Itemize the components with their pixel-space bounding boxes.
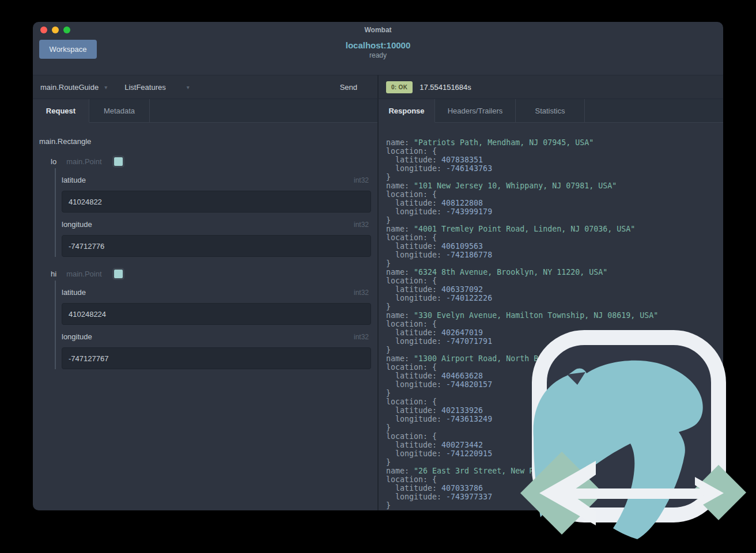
proto-type-label: int32 bbox=[354, 333, 369, 341]
request-toolbar: main.RouteGuide ▾ ListFeatures ▾ Send bbox=[33, 75, 377, 99]
server-status: ready bbox=[33, 51, 723, 59]
response-pane: 0: OK 17.554151684s Response Headers/Tra… bbox=[379, 75, 723, 510]
response-entry-longitude: longitude: -743613249 bbox=[386, 415, 723, 423]
field-type: main.Point bbox=[66, 270, 101, 278]
hi-latitude-input[interactable] bbox=[62, 303, 371, 325]
field-label: latitude bbox=[62, 176, 86, 184]
chevron-down-icon: ▾ bbox=[104, 84, 107, 90]
response-entry-close: } bbox=[386, 389, 723, 397]
response-entry-longitude: longitude: -747071791 bbox=[386, 337, 723, 346]
hi-longitude-input[interactable] bbox=[62, 347, 371, 369]
response-entry-longitude: longitude: -743977337 bbox=[386, 493, 723, 501]
response-entry-location-open: location: { bbox=[386, 147, 723, 156]
server-info: localhost:10000 ready bbox=[33, 40, 723, 59]
response-entry-latitude: latitude: 408122808 bbox=[386, 199, 723, 207]
proto-type-label: int32 bbox=[354, 221, 369, 229]
window-title: Wombat bbox=[33, 26, 723, 34]
proto-type-label: int32 bbox=[354, 176, 369, 184]
response-entry-close: } bbox=[386, 458, 723, 467]
response-entry-latitude: latitude: 407838351 bbox=[386, 156, 723, 164]
response-entry-longitude: longitude: -741220915 bbox=[386, 449, 723, 458]
response-entry-name: name: "1300 Airport Road, North Br bbox=[386, 354, 723, 363]
response-body: name: "Patriots Path, Mendham, NJ 07945,… bbox=[379, 123, 723, 510]
response-entry-close: } bbox=[386, 501, 723, 510]
title-bar: Wombat bbox=[33, 22, 723, 37]
field-label: latitude bbox=[62, 288, 86, 297]
tabs-filler bbox=[150, 99, 377, 123]
send-button[interactable]: Send bbox=[340, 83, 357, 92]
lo-longitude-input[interactable] bbox=[62, 235, 371, 257]
response-entry-location-open: location: { bbox=[386, 276, 723, 285]
response-entry-longitude: longitude: -743999179 bbox=[386, 207, 723, 216]
response-entry-latitude: latitude: 402647019 bbox=[386, 328, 723, 337]
hi-enabled-checkbox[interactable] bbox=[114, 270, 123, 278]
server-address: localhost:10000 bbox=[33, 40, 723, 50]
tab-request[interactable]: Request bbox=[33, 99, 89, 123]
field-label: longitude bbox=[62, 220, 92, 229]
response-entry-name: name: "26 East 3rd Street, New Pr bbox=[386, 467, 723, 475]
lo-enabled-checkbox[interactable] bbox=[114, 157, 123, 166]
response-entry-close: } bbox=[386, 173, 723, 181]
response-entry-longitude: longitude: -746143763 bbox=[386, 164, 723, 173]
tab-metadata[interactable]: Metadata bbox=[89, 99, 150, 123]
response-entry-location-open: location: { bbox=[386, 233, 723, 242]
field-label: longitude bbox=[62, 332, 92, 341]
response-entry-latitude: latitude: 407033786 bbox=[386, 484, 723, 493]
response-entry-longitude: longitude: -740122226 bbox=[386, 294, 723, 302]
request-tabs: Request Metadata bbox=[33, 99, 377, 123]
request-pane: main.RouteGuide ▾ ListFeatures ▾ Send Re… bbox=[33, 75, 379, 510]
tab-headers-trailers[interactable]: Headers/Trailers bbox=[435, 99, 516, 123]
response-entry-location-open: location: { bbox=[386, 432, 723, 441]
proto-type-label: int32 bbox=[354, 289, 369, 297]
lo-latitude-input[interactable] bbox=[62, 191, 371, 213]
response-entry-location-open: location: { bbox=[386, 475, 723, 484]
tab-response[interactable]: Response bbox=[379, 99, 435, 123]
response-entry-longitude: longitude: -744820157 bbox=[386, 380, 723, 389]
tab-statistics[interactable]: Statistics bbox=[516, 99, 585, 123]
response-entry-name: name: "6324 8th Avenue, Brooklyn, NY 112… bbox=[386, 268, 723, 276]
response-entry-close: } bbox=[386, 302, 723, 311]
response-entry-name: name: "101 New Jersey 10, Whippany, NJ 0… bbox=[386, 181, 723, 190]
response-entry-latitude: latitude: 400273442 bbox=[386, 441, 723, 449]
field-group-lo: lo main.Point latitude int32 longitude i… bbox=[39, 156, 371, 257]
method-select[interactable]: ListFeatures bbox=[124, 83, 166, 92]
request-form: main.Rectangle lo main.Point latitude in… bbox=[33, 123, 377, 510]
field-type: main.Point bbox=[66, 157, 101, 166]
field-group-hi: hi main.Point latitude int32 longitude i… bbox=[39, 268, 371, 369]
app-header: Workspace localhost:10000 ready bbox=[33, 37, 723, 75]
response-entry-name: name: "4001 Tremley Point Road, Linden, … bbox=[386, 225, 723, 233]
chevron-down-icon: ▾ bbox=[187, 84, 190, 90]
response-entry-location-open: location: { bbox=[386, 320, 723, 328]
tabs-filler bbox=[585, 99, 723, 123]
response-entry-name: name: "Patriots Path, Mendham, NJ 07945,… bbox=[386, 138, 723, 147]
response-entry-close: } bbox=[386, 216, 723, 225]
response-entry-latitude: latitude: 402133926 bbox=[386, 406, 723, 415]
response-toolbar: 0: OK 17.554151684s bbox=[379, 75, 723, 99]
field-name: hi bbox=[51, 270, 56, 278]
app-window: Wombat Workspace localhost:10000 ready m… bbox=[33, 22, 723, 510]
response-entry-location-open: location: { bbox=[386, 397, 723, 406]
response-entry-location-open: location: { bbox=[386, 190, 723, 199]
status-badge: 0: OK bbox=[386, 81, 413, 93]
response-entry-location-open: location: { bbox=[386, 363, 723, 372]
response-tabs: Response Headers/Trailers Statistics bbox=[379, 99, 723, 123]
response-entry-latitude: latitude: 406337092 bbox=[386, 285, 723, 294]
response-entry-close: } bbox=[386, 346, 723, 354]
response-entry-latitude: latitude: 404663628 bbox=[386, 372, 723, 380]
response-entry-close: } bbox=[386, 423, 723, 432]
response-entry-longitude: longitude: -742186778 bbox=[386, 251, 723, 259]
response-entry-latitude: latitude: 406109563 bbox=[386, 242, 723, 251]
response-entry-name: name: "330 Evelyn Avenue, Hamilton Towns… bbox=[386, 311, 723, 320]
duration-label: 17.554151684s bbox=[419, 83, 471, 92]
field-name: lo bbox=[51, 157, 56, 166]
service-select[interactable]: main.RouteGuide bbox=[40, 83, 99, 92]
response-entry-close: } bbox=[386, 259, 723, 268]
message-type-label: main.Rectangle bbox=[39, 137, 371, 146]
